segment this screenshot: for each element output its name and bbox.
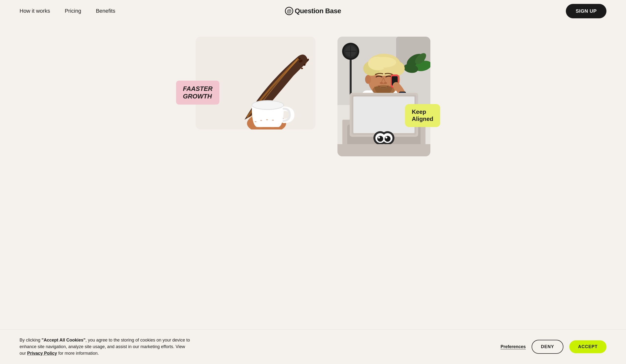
cookie-actions: Preferences DENY ACCEPT xyxy=(501,340,606,354)
svg-point-42 xyxy=(365,75,371,84)
signup-button[interactable]: SIGN UP xyxy=(566,4,606,18)
person-image-card xyxy=(337,37,430,156)
nav-pricing[interactable]: Pricing xyxy=(65,8,81,14)
cookie-highlight: "Accept All Cookies" xyxy=(41,338,85,342)
deny-button[interactable]: DENY xyxy=(532,340,563,354)
nav-benefits[interactable]: Benefits xyxy=(96,8,116,14)
left-card-wrapper: FAASTER GROWTH xyxy=(196,37,318,130)
privacy-policy-link[interactable]: Privacy Policy xyxy=(27,351,57,356)
svg-point-61 xyxy=(385,136,391,142)
keep-aligned-line1: Keep xyxy=(412,108,433,116)
preferences-button[interactable]: Preferences xyxy=(501,344,526,349)
site-logo[interactable]: @ Question Base xyxy=(285,7,341,15)
faaster-badge-line2: GROWTH xyxy=(183,93,212,100)
right-card-wrapper: Keep Aligned xyxy=(337,37,430,156)
svg-point-18 xyxy=(272,120,274,121)
cookie-text-prefix: By clicking xyxy=(20,338,41,342)
faaster-growth-badge: FAASTER GROWTH xyxy=(176,81,219,104)
accept-button[interactable]: ACCEPT xyxy=(569,340,606,353)
logo-icon: @ xyxy=(285,7,293,15)
keep-aligned-line2: Aligned xyxy=(412,116,433,123)
svg-point-43 xyxy=(380,82,383,84)
svg-point-44 xyxy=(384,82,387,84)
svg-point-63 xyxy=(385,136,387,138)
main-content: FAASTER GROWTH xyxy=(0,22,626,181)
svg-point-15 xyxy=(255,121,257,122)
svg-rect-64 xyxy=(337,144,430,156)
svg-point-62 xyxy=(378,136,380,138)
svg-point-17 xyxy=(266,119,268,120)
person-svg xyxy=(337,37,430,156)
nav-how-it-works[interactable]: How it works xyxy=(20,8,50,14)
nav-links: How it works Pricing Benefits xyxy=(20,8,115,14)
navbar: How it works Pricing Benefits @ Question… xyxy=(0,0,626,22)
cookie-text-suffix: for more information. xyxy=(57,351,99,356)
keep-aligned-badge: Keep Aligned xyxy=(405,104,440,127)
cookie-text: By clicking "Accept All Cookies", you ag… xyxy=(20,337,191,357)
logo-text: Question Base xyxy=(295,7,341,15)
faaster-badge-line1: FAASTER xyxy=(183,85,212,93)
svg-point-5 xyxy=(305,62,306,64)
svg-point-16 xyxy=(260,120,262,121)
cookie-banner: By clicking "Accept All Cookies", you ag… xyxy=(0,329,626,364)
svg-point-41 xyxy=(372,57,396,68)
svg-point-60 xyxy=(377,136,383,142)
